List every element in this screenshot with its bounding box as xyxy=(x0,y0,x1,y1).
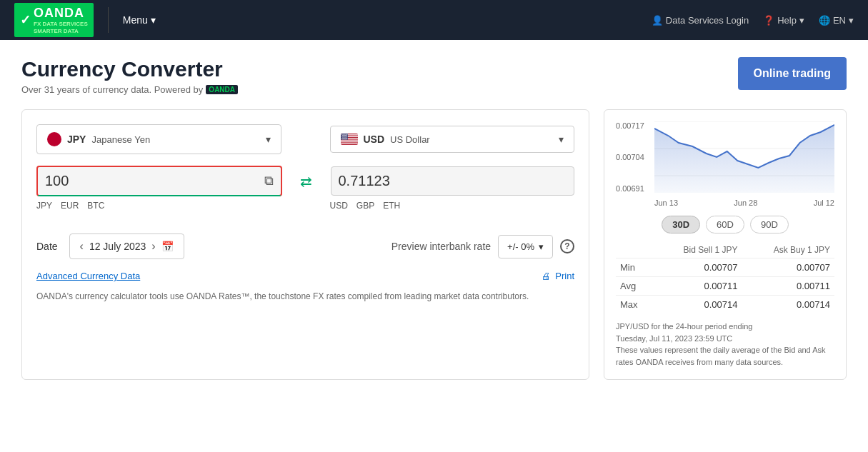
date-prev-button[interactable]: ‹ xyxy=(80,240,84,253)
from-amount-input[interactable] xyxy=(45,173,259,189)
svg-point-38 xyxy=(344,139,344,139)
links-row: Advanced Currency Data 🖨 Print xyxy=(36,271,574,281)
date-label: Date xyxy=(36,241,58,252)
print-link[interactable]: 🖨 Print xyxy=(542,271,574,281)
x-label-jun13: Jun 13 xyxy=(654,199,678,207)
row-max-ask: 0.00714 xyxy=(742,296,834,314)
to-quick-gbp[interactable]: GBP xyxy=(356,201,374,211)
svg-point-29 xyxy=(346,137,346,138)
chevron-down-icon: ▾ xyxy=(151,14,156,26)
from-currency-chevron-icon: ▾ xyxy=(266,134,271,145)
row-avg-bid: 0.00711 xyxy=(653,277,742,296)
svg-point-10 xyxy=(344,134,344,135)
to-currency-select[interactable]: USD US Dollar ▾ xyxy=(330,126,575,153)
chart-x-labels: Jun 13 Jun 28 Jul 12 xyxy=(654,199,834,207)
to-amount-wrap: 0.71123 xyxy=(331,166,575,196)
period-buttons: 30D 60D 90D xyxy=(616,216,834,233)
svg-point-39 xyxy=(345,139,346,139)
svg-point-20 xyxy=(342,136,343,136)
rate-chevron-icon: ▾ xyxy=(539,241,544,252)
table-header-ask: Ask Buy 1 JPY xyxy=(742,242,834,258)
row-max-label: Max xyxy=(616,296,653,314)
svg-point-28 xyxy=(345,137,346,138)
from-quick-jpy[interactable]: JPY xyxy=(36,201,52,211)
from-currency-name: Japanese Yen xyxy=(91,134,150,145)
amount-input-row: ⧉ ⇄ 0.71123 xyxy=(36,166,574,196)
svg-point-16 xyxy=(344,135,344,136)
spacer2 xyxy=(290,201,321,222)
row-min-bid: 0.00707 xyxy=(653,258,742,277)
advanced-currency-data-link[interactable]: Advanced Currency Data xyxy=(36,271,140,281)
chart-note: JPY/USD for the 24-hour period ending Tu… xyxy=(616,321,834,368)
swap-button[interactable]: ⇄ xyxy=(291,173,322,190)
period-90d-button[interactable]: 90D xyxy=(750,216,789,233)
svg-point-17 xyxy=(345,135,346,136)
globe-icon: 🌐 xyxy=(819,15,830,26)
row-avg-label: Avg xyxy=(616,277,653,296)
to-quick-list: USD GBP ETH xyxy=(330,201,575,211)
svg-point-11 xyxy=(344,134,345,135)
from-amount-wrap: ⧉ xyxy=(36,166,282,196)
quick-currencies-row: JPY EUR BTC USD GBP ETH xyxy=(36,201,574,222)
date-value: 12 July 2023 xyxy=(89,241,146,252)
svg-point-18 xyxy=(346,135,346,136)
copy-icon[interactable]: ⧉ xyxy=(264,174,274,189)
svg-rect-5 xyxy=(341,141,358,142)
svg-point-19 xyxy=(341,136,342,136)
help-tooltip-icon[interactable]: ? xyxy=(560,239,574,253)
page-subtitle: Over 31 years of currency data. Powered … xyxy=(21,84,238,95)
svg-point-27 xyxy=(344,137,344,138)
date-next-button[interactable]: › xyxy=(151,240,155,253)
rate-label: Preview interbank rate xyxy=(391,241,491,252)
to-quick-currencies: USD GBP ETH xyxy=(330,201,575,222)
converter-panel: JPY Japanese Yen ▾ xyxy=(21,109,589,380)
period-60d-button[interactable]: 60D xyxy=(706,216,744,233)
rate-dropdown[interactable]: +/- 0% ▾ xyxy=(498,235,553,258)
svg-point-8 xyxy=(341,134,342,135)
svg-point-33 xyxy=(344,138,345,139)
data-services-login-link[interactable]: 👤 Data Services Login xyxy=(652,15,749,26)
from-currency-select[interactable]: JPY Japanese Yen ▾ xyxy=(36,124,281,154)
calendar-icon[interactable]: 📅 xyxy=(161,241,174,252)
y-label-mid: 0.00704 xyxy=(616,153,653,161)
from-quick-eur[interactable]: EUR xyxy=(61,201,79,211)
to-quick-usd[interactable]: USD xyxy=(330,201,348,211)
header-right: 👤 Data Services Login ❓ Help ▾ 🌐 EN ▾ xyxy=(652,15,854,26)
line-chart-svg xyxy=(654,121,834,193)
page-title-area: Currency Converter Over 31 years of curr… xyxy=(21,57,238,95)
online-trading-button[interactable]: Online trading xyxy=(738,57,847,90)
svg-point-21 xyxy=(344,136,344,136)
table-header-col1 xyxy=(616,242,653,258)
help-icon: ❓ xyxy=(763,15,774,26)
svg-point-9 xyxy=(342,134,343,135)
from-currency-code: JPY xyxy=(67,134,86,145)
main-content: JPY Japanese Yen ▾ xyxy=(21,109,847,380)
y-label-bot: 0.00691 xyxy=(616,184,653,193)
y-label-top: 0.00717 xyxy=(616,121,653,130)
help-link[interactable]: ❓ Help ▾ xyxy=(763,15,804,26)
chart-note-line4: rates OANDA receives from many data sour… xyxy=(616,356,834,368)
svg-point-34 xyxy=(346,138,346,139)
period-30d-button[interactable]: 30D xyxy=(662,216,700,233)
rates-table: Bid Sell 1 JPY Ask Buy 1 JPY Min 0.00707… xyxy=(616,242,834,313)
date-navigator: ‹ 12 July 2023 › 📅 xyxy=(69,233,184,259)
language-selector[interactable]: 🌐 EN ▾ xyxy=(819,15,854,26)
to-currency-name: US Dollar xyxy=(390,134,430,145)
logo-sub: FX DATA SERVICESSMARTER DATA xyxy=(34,21,88,34)
svg-point-30 xyxy=(341,138,342,139)
chart-svg-area xyxy=(654,121,834,193)
from-quick-btc[interactable]: BTC xyxy=(87,201,104,211)
svg-point-32 xyxy=(344,138,344,139)
page-title: Currency Converter xyxy=(21,57,238,81)
chart-note-line1: JPY/USD for the 24-hour period ending xyxy=(616,321,834,333)
jpy-flag-icon xyxy=(47,132,61,146)
svg-point-23 xyxy=(346,136,346,136)
chevron-down-icon: ▾ xyxy=(849,15,854,26)
menu-button[interactable]: Menu ▾ xyxy=(123,14,156,26)
svg-point-24 xyxy=(346,136,347,136)
user-icon: 👤 xyxy=(652,15,663,26)
to-quick-eth[interactable]: ETH xyxy=(383,201,400,211)
print-icon: 🖨 xyxy=(542,271,551,281)
rate-value: +/- 0% xyxy=(507,241,534,252)
row-avg-ask: 0.00711 xyxy=(742,277,834,296)
